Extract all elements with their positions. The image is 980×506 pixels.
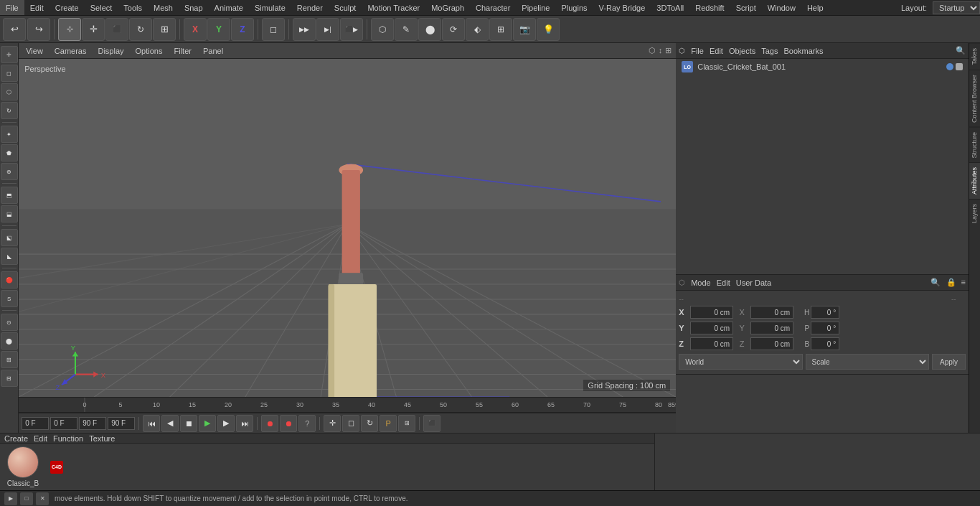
status-icon-3[interactable]: ✕ bbox=[36, 492, 49, 505]
rot-key-button[interactable]: ↻ bbox=[361, 415, 378, 432]
attr-menu-userdata[interactable]: User Data bbox=[736, 278, 772, 287]
record-button[interactable]: ▶▶ bbox=[293, 18, 316, 41]
menu-3dtoall[interactable]: 3DToAll bbox=[651, 0, 689, 15]
viewport-3d[interactable]: X Y Z Perspective Grid Spacing : 100 cm bbox=[19, 59, 676, 397]
scale-key-button[interactable]: ◻ bbox=[342, 415, 359, 432]
attr-lock-icon[interactable]: 🔒 bbox=[946, 278, 956, 286]
move-tool-button[interactable]: ✛ bbox=[82, 18, 105, 41]
pen-tool-button[interactable]: ✎ bbox=[395, 18, 418, 41]
menu-select[interactable]: Select bbox=[85, 0, 118, 15]
light-button[interactable]: 💡 bbox=[537, 18, 560, 41]
vp-menu-cameras[interactable]: Cameras bbox=[52, 47, 90, 55]
y-axis-button[interactable]: Y bbox=[207, 18, 230, 41]
record-button[interactable]: ⏺ bbox=[261, 415, 278, 432]
attr-menu-edit[interactable]: Edit bbox=[717, 278, 730, 287]
sidebar-btn-15[interactable]: ⬤ bbox=[1, 332, 18, 350]
preview-start-input[interactable] bbox=[50, 417, 77, 430]
play-button[interactable]: ▶| bbox=[316, 18, 339, 41]
help-button[interactable]: ? bbox=[298, 415, 316, 432]
menu-tools[interactable]: Tools bbox=[118, 0, 148, 15]
scale-select[interactable]: Scale bbox=[806, 354, 929, 370]
om-menu-objects[interactable]: Edit bbox=[710, 47, 723, 55]
mat-menu-create[interactable]: Create bbox=[4, 434, 28, 443]
start-frame-input[interactable] bbox=[22, 417, 49, 430]
material-item[interactable]: Classic_B bbox=[4, 446, 42, 487]
render-button[interactable]: ⬛▶ bbox=[340, 18, 363, 41]
go-start-button[interactable]: ⏮ bbox=[143, 415, 160, 432]
viewport-icon-3[interactable]: ⊞ bbox=[665, 46, 672, 55]
play-button[interactable]: ▶ bbox=[199, 415, 216, 432]
layout-select[interactable]: Startup bbox=[933, 1, 980, 14]
coord-y-scale[interactable] bbox=[750, 322, 793, 334]
undo-button[interactable]: ↩ bbox=[3, 18, 26, 41]
attr-more-icon[interactable]: ≡ bbox=[961, 278, 966, 286]
redo-button[interactable]: ↪ bbox=[27, 18, 50, 41]
go-end-button[interactable]: ⏭ bbox=[236, 415, 253, 432]
menu-help[interactable]: Help bbox=[801, 0, 829, 15]
timeline-view-button[interactable]: ⬛ bbox=[423, 415, 440, 432]
mat-menu-function[interactable]: Function bbox=[53, 434, 83, 443]
sidebar-btn-3[interactable]: ⬡ bbox=[1, 83, 18, 100]
sidebar-btn-6[interactable]: ⬟ bbox=[1, 144, 18, 161]
status-icon-1[interactable]: ▶ bbox=[4, 492, 17, 505]
menu-window[interactable]: Window bbox=[762, 0, 801, 15]
coord-z-pos[interactable] bbox=[690, 337, 733, 350]
object-row-bat[interactable]: LO Classic_Cricket_Bat_001 bbox=[676, 59, 969, 75]
vtab-takes[interactable]: Takes bbox=[969, 43, 980, 70]
viewport-icon-1[interactable]: ⬡ bbox=[649, 46, 656, 55]
autokey-button[interactable]: ⏺ bbox=[280, 415, 297, 432]
coord-p-rot[interactable] bbox=[811, 322, 839, 334]
sidebar-btn-1[interactable]: ✛ bbox=[1, 46, 18, 63]
camera-record-button[interactable]: 📷 bbox=[513, 18, 536, 41]
transform-tool-button[interactable]: ⊞ bbox=[153, 18, 176, 41]
om-search-icon[interactable]: 🔍 bbox=[956, 46, 966, 55]
x-axis-button[interactable]: X bbox=[184, 18, 207, 41]
sidebar-btn-8[interactable]: ⬒ bbox=[1, 187, 18, 204]
sidebar-btn-4[interactable]: ↻ bbox=[1, 102, 18, 119]
shape-button[interactable]: ⬖ bbox=[466, 18, 489, 41]
scale-tool-button[interactable]: ⬛ bbox=[105, 18, 128, 41]
coord-x-pos[interactable] bbox=[690, 306, 733, 319]
sidebar-btn-10[interactable]: ⬕ bbox=[1, 229, 18, 246]
sidebar-btn-12[interactable]: 🔴 bbox=[1, 271, 18, 289]
grid-button[interactable]: ⊞ bbox=[489, 18, 512, 41]
menu-file[interactable]: File bbox=[0, 0, 24, 15]
menu-vray[interactable]: V-Ray Bridge bbox=[593, 0, 651, 15]
om-menu-tags[interactable]: Objects bbox=[729, 47, 755, 55]
mat-menu-edit[interactable]: Edit bbox=[34, 434, 47, 443]
menu-snap[interactable]: Snap bbox=[179, 0, 209, 15]
sidebar-btn-17[interactable]: ⊟ bbox=[1, 370, 18, 387]
menu-mograph[interactable]: MoGraph bbox=[425, 0, 470, 15]
menu-edit[interactable]: Edit bbox=[24, 0, 50, 15]
menu-pipeline[interactable]: Pipeline bbox=[516, 0, 555, 15]
object-dot-1[interactable] bbox=[946, 63, 953, 70]
loop-button[interactable]: ⟳ bbox=[442, 18, 465, 41]
param-key-button[interactable]: P bbox=[380, 415, 397, 432]
rotate-tool-button[interactable]: ↻ bbox=[129, 18, 152, 41]
menu-character[interactable]: Character bbox=[470, 0, 516, 15]
end-frame-input[interactable] bbox=[108, 417, 135, 430]
coord-b-rot[interactable] bbox=[811, 337, 839, 350]
cube-view-button[interactable]: ⬡ bbox=[371, 18, 394, 41]
vtab-structure[interactable]: Structure bbox=[969, 127, 980, 163]
object-dot-2[interactable] bbox=[956, 63, 963, 70]
menu-animate[interactable]: Animate bbox=[209, 0, 249, 15]
menu-plugins[interactable]: Plugins bbox=[555, 0, 593, 15]
sidebar-btn-7[interactable]: ⊕ bbox=[1, 163, 18, 180]
world-select[interactable]: World bbox=[679, 354, 802, 370]
prev-frame-button[interactable]: ◀ bbox=[161, 415, 179, 432]
om-menu-bk[interactable]: Bookmarks bbox=[783, 47, 823, 55]
menu-redshift[interactable]: Redshift bbox=[689, 0, 730, 15]
sidebar-btn-11[interactable]: ◣ bbox=[1, 248, 18, 265]
coord-y-pos[interactable] bbox=[690, 322, 733, 334]
menu-simulate[interactable]: Simulate bbox=[249, 0, 291, 15]
menu-mesh[interactable]: Mesh bbox=[148, 0, 179, 15]
attr-search-icon[interactable]: 🔍 bbox=[930, 278, 941, 286]
all-key-button[interactable]: ⊞ bbox=[398, 415, 415, 432]
viewport-icon-2[interactable]: ↕ bbox=[659, 46, 663, 55]
menu-create[interactable]: Create bbox=[50, 0, 85, 15]
select-tool-button[interactable]: ⊹ bbox=[58, 18, 81, 41]
coord-z-scale[interactable] bbox=[750, 337, 793, 350]
sidebar-btn-5[interactable]: ✦ bbox=[1, 126, 18, 143]
object-mode-button[interactable]: ◻ bbox=[262, 18, 285, 41]
